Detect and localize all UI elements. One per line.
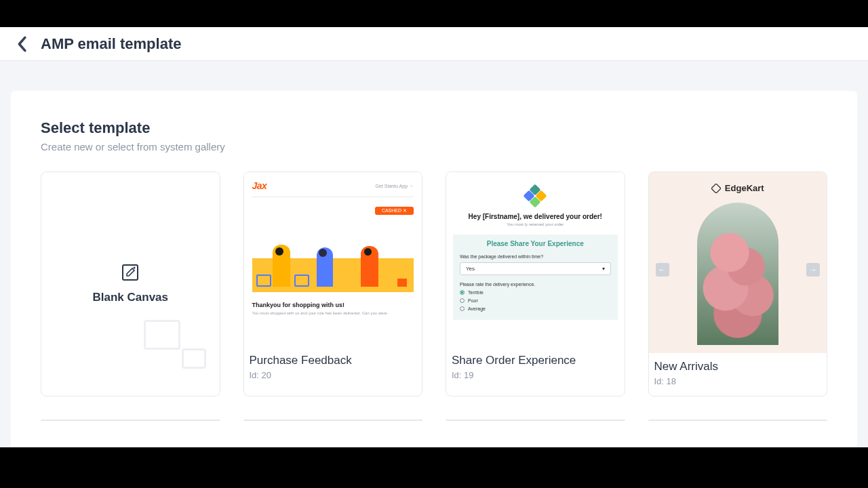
preview-radio-option: Average	[460, 306, 611, 311]
diamond-icon	[711, 184, 721, 193]
preview-subtext: You must shopped with us and your rule h…	[252, 311, 414, 315]
template-card-purchase-feedback[interactable]: Jax Get Stanto App → CASHED ✕ Thankyou f…	[243, 171, 423, 396]
carousel-next-icon: →	[806, 263, 820, 277]
template-grid: Blank Canvas Jax Get Stanto App → CASHED…	[41, 171, 827, 421]
preview-heading: Thankyou for shopping with us!	[252, 302, 414, 308]
preview-question-1: Was the package delivered within time?	[460, 254, 611, 259]
preview-radio-option: Poor	[460, 298, 611, 303]
spark-icon	[525, 186, 545, 206]
section-title: Select template	[41, 119, 827, 137]
template-card-partial[interactable]	[446, 420, 625, 421]
header-bar: AMP email template	[0, 27, 868, 61]
preview-panel-title: Please Share Your Experience	[460, 240, 611, 247]
letterbox-top	[0, 0, 868, 27]
preview-subheading: You must ly received your order	[453, 222, 618, 226]
template-title: Purchase Feedback	[250, 354, 417, 367]
svg-point-1	[134, 267, 136, 269]
letterbox-bottom	[0, 447, 868, 488]
pencil-square-icon	[121, 264, 139, 281]
template-card-blank[interactable]: Blank Canvas	[41, 171, 220, 396]
template-card-share-order[interactable]: Hey [Firstname], we delivered your order…	[446, 171, 625, 396]
page-title: AMP email template	[41, 35, 181, 53]
svg-rect-2	[711, 184, 721, 193]
template-id: Id: 20	[250, 370, 417, 380]
template-title: New Arrivals	[654, 360, 822, 373]
card-meta: Purchase Feedback Id: 20	[244, 347, 422, 390]
svg-rect-0	[123, 265, 138, 280]
content-panel: Select template Create new or select fro…	[11, 91, 857, 447]
preview-brand: EdgeKart	[649, 183, 827, 193]
template-thumbnail: Jax Get Stanto App → CASHED ✕ Thankyou f…	[244, 172, 422, 347]
template-thumbnail: Hey [Firstname], we delivered your order…	[446, 172, 625, 347]
preview-radio-option: Terrible	[460, 290, 611, 295]
section-subtitle: Create new or select from system gallery	[41, 141, 827, 152]
preview-brand-logo: Jax	[252, 180, 267, 191]
app-frame: AMP email template Select template Creat…	[0, 27, 868, 447]
template-card-partial[interactable]: High Country Club	[41, 420, 220, 421]
preview-heading: Hey [Firstname], we delivered your order…	[453, 213, 618, 220]
preview-badge: CASHED ✕	[375, 207, 414, 215]
preview-select: Yes▾	[460, 262, 611, 275]
template-card-partial[interactable]	[243, 420, 423, 421]
template-card-partial[interactable]	[648, 420, 828, 421]
preview-cta: Get Stanto App →	[376, 184, 414, 188]
template-title: Share Order Experience	[452, 354, 619, 367]
template-card-new-arrivals[interactable]: EdgeKart ← → New Arrivals Id: 18	[648, 171, 828, 396]
preview-image-arch	[697, 203, 778, 345]
template-id: Id: 19	[452, 370, 619, 380]
carousel-prev-icon: ←	[656, 263, 669, 277]
card-meta: New Arrivals Id: 18	[649, 353, 827, 396]
back-button[interactable]	[12, 35, 31, 54]
chevron-left-icon	[16, 36, 27, 52]
template-thumbnail: EdgeKart ← →	[649, 172, 827, 353]
template-id: Id: 18	[654, 376, 822, 386]
card-meta: Share Order Experience Id: 19	[446, 347, 625, 390]
blank-canvas-label: Blank Canvas	[93, 291, 169, 304]
preview-question-2: Please rate the delivery experience.	[460, 282, 611, 287]
